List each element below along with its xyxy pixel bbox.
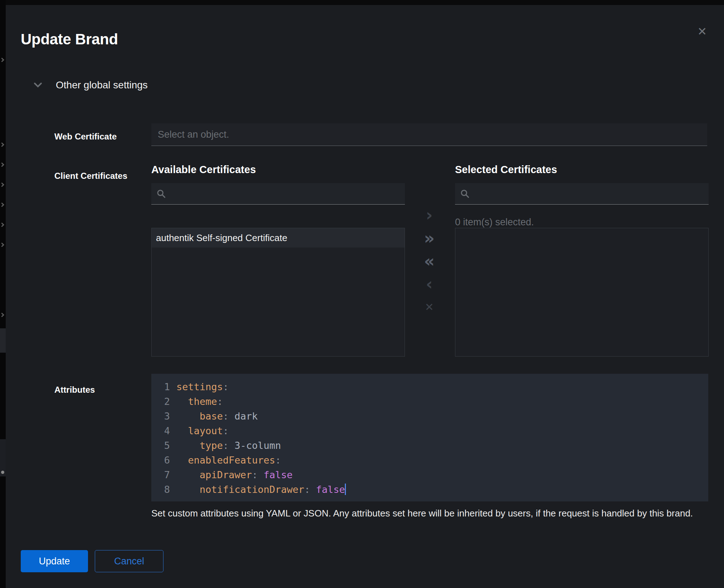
code-line: 4 layout:: [151, 423, 708, 438]
expander-label: Other global settings: [56, 79, 148, 91]
line-number: 5: [151, 438, 170, 453]
chevron-right-icon: [0, 142, 4, 147]
line-number: 1: [151, 379, 170, 394]
chevron-right-icon: [0, 58, 4, 62]
code-line: 8 notificationDrawer:false: [151, 482, 708, 497]
available-certificates-header: Available Certificates: [151, 164, 256, 176]
search-icon: [460, 189, 470, 199]
chevron-right-icon: [0, 313, 4, 317]
line-number: 8: [151, 482, 170, 497]
transfer-add-all-button[interactable]: »: [421, 230, 437, 246]
update-brand-modal: Update Brand ✕ Other global settings Web…: [6, 5, 724, 588]
code-line: 2 theme:: [151, 394, 708, 409]
line-number: 6: [151, 453, 170, 467]
selected-search-input[interactable]: [474, 188, 704, 200]
section-expander-other-global-settings[interactable]: Other global settings: [34, 79, 148, 91]
close-button[interactable]: ✕: [693, 22, 711, 40]
chevron-right-icon: [0, 182, 4, 187]
web-certificate-input[interactable]: [151, 123, 707, 146]
attributes-code-editor[interactable]: 1 settings: 2 theme: 3 base:dark 4 layou…: [151, 374, 708, 501]
chevron-right-icon: [0, 222, 4, 227]
selected-search: [455, 183, 709, 205]
text-cursor: [345, 484, 346, 495]
web-certificate-label: Web Certificate: [54, 132, 117, 142]
client-certificates-label: Client Certificates: [54, 171, 127, 181]
line-number: 3: [151, 409, 170, 423]
search-icon: [156, 189, 166, 199]
available-certificates-list: authentik Self-signed Certificate: [151, 228, 405, 357]
update-button[interactable]: Update: [21, 550, 88, 572]
transfer-clear-button[interactable]: ✕: [421, 299, 437, 315]
code-line: 3 base:dark: [151, 409, 708, 423]
chevron-right-icon: [0, 162, 4, 167]
selected-certificates-list: [455, 228, 709, 357]
background-selected-row: [0, 328, 6, 353]
chevron-right-icon: [0, 202, 4, 207]
code-line: 5 type:3-column: [151, 438, 708, 453]
list-item-certificate[interactable]: authentik Self-signed Certificate: [152, 228, 405, 248]
line-number: 2: [151, 394, 170, 409]
code-line: 7 apiDrawer:false: [151, 467, 708, 482]
transfer-remove-all-button[interactable]: «: [421, 253, 437, 269]
available-search: [151, 183, 405, 205]
selected-count-text: 0 item(s) selected.: [455, 217, 534, 228]
certificate-name: authentik Self-signed Certificate: [156, 232, 287, 244]
attributes-label: Attributes: [54, 385, 95, 395]
background-dot: [1, 471, 4, 474]
cancel-button[interactable]: Cancel: [95, 550, 163, 572]
available-search-input[interactable]: [170, 188, 400, 200]
close-icon: ✕: [698, 25, 707, 38]
background-sidebar-sliver: [0, 0, 6, 588]
code-line: 6 enabledFeatures:: [151, 453, 708, 467]
page: Update Brand ✕ Other global settings Web…: [0, 0, 724, 588]
chevron-down-icon: [34, 82, 42, 88]
selected-certificates-header: Selected Certificates: [455, 164, 557, 176]
line-number: 4: [151, 423, 170, 438]
chevron-right-icon: [0, 242, 4, 247]
transfer-add-button[interactable]: ›: [421, 207, 437, 223]
transfer-remove-button[interactable]: ‹: [421, 276, 437, 292]
code-line: 1 settings:: [151, 379, 708, 394]
line-number: 7: [151, 467, 170, 482]
modal-title: Update Brand: [21, 31, 118, 48]
attributes-help-text: Set custom attributes using YAML or JSON…: [151, 508, 695, 519]
